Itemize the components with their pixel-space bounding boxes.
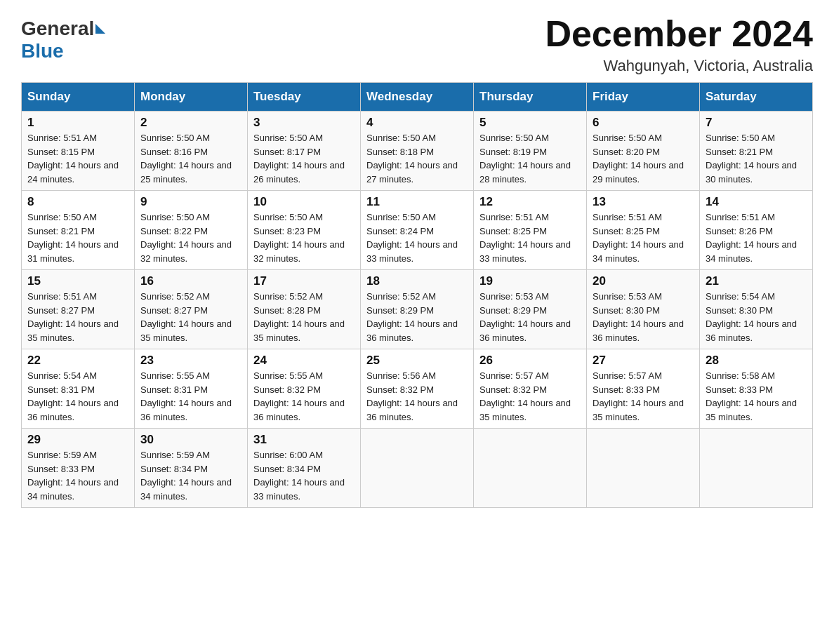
calendar-cell: 17 Sunrise: 5:52 AM Sunset: 8:28 PM Dayl… [248, 270, 361, 349]
calendar-cell [700, 429, 813, 508]
calendar-week-row: 1 Sunrise: 5:51 AM Sunset: 8:15 PM Dayli… [22, 112, 813, 191]
calendar-cell: 19 Sunrise: 5:53 AM Sunset: 8:29 PM Dayl… [474, 270, 587, 349]
day-number: 17 [253, 274, 355, 288]
day-number: 28 [706, 354, 807, 368]
day-number: 22 [27, 354, 128, 368]
logo-arrow-icon [95, 24, 105, 34]
day-info: Sunrise: 5:50 AM Sunset: 8:23 PM Dayligh… [253, 210, 355, 265]
calendar-week-row: 29 Sunrise: 5:59 AM Sunset: 8:33 PM Dayl… [22, 429, 813, 508]
calendar-cell: 14 Sunrise: 5:51 AM Sunset: 8:26 PM Dayl… [700, 191, 813, 270]
day-info: Sunrise: 5:50 AM Sunset: 8:21 PM Dayligh… [27, 210, 128, 265]
calendar-cell [474, 429, 587, 508]
day-number: 19 [479, 274, 581, 288]
title-section: December 2024 Wahgunyah, Victoria, Austr… [545, 14, 813, 75]
day-info: Sunrise: 5:59 AM Sunset: 8:34 PM Dayligh… [140, 448, 241, 503]
day-info: Sunrise: 5:53 AM Sunset: 8:29 PM Dayligh… [479, 290, 581, 344]
day-number: 21 [706, 274, 807, 288]
day-info: Sunrise: 5:53 AM Sunset: 8:30 PM Dayligh… [593, 290, 694, 344]
calendar-cell: 25 Sunrise: 5:56 AM Sunset: 8:32 PM Dayl… [361, 349, 474, 429]
calendar-cell: 20 Sunrise: 5:53 AM Sunset: 8:30 PM Dayl… [587, 270, 700, 349]
location-title: Wahgunyah, Victoria, Australia [545, 57, 813, 75]
day-info: Sunrise: 5:54 AM Sunset: 8:30 PM Dayligh… [706, 290, 807, 344]
day-info: Sunrise: 5:58 AM Sunset: 8:33 PM Dayligh… [706, 369, 807, 424]
day-number: 3 [253, 116, 355, 130]
calendar-cell: 21 Sunrise: 5:54 AM Sunset: 8:30 PM Dayl… [700, 270, 813, 349]
day-info: Sunrise: 5:59 AM Sunset: 8:33 PM Dayligh… [27, 448, 128, 503]
calendar-cell: 4 Sunrise: 5:50 AM Sunset: 8:18 PM Dayli… [361, 112, 474, 191]
month-title: December 2024 [545, 14, 813, 54]
calendar-cell: 26 Sunrise: 5:57 AM Sunset: 8:32 PM Dayl… [474, 349, 587, 429]
day-number: 15 [27, 274, 128, 288]
day-info: Sunrise: 5:50 AM Sunset: 8:20 PM Dayligh… [593, 131, 694, 186]
calendar-cell: 24 Sunrise: 5:55 AM Sunset: 8:32 PM Dayl… [248, 349, 361, 429]
calendar-table: SundayMondayTuesdayWednesdayThursdayFrid… [21, 82, 813, 508]
day-number: 24 [253, 354, 355, 368]
logo-general-text: General [21, 18, 94, 40]
day-number: 8 [27, 195, 128, 209]
day-info: Sunrise: 5:51 AM Sunset: 8:26 PM Dayligh… [706, 210, 807, 265]
calendar-cell: 6 Sunrise: 5:50 AM Sunset: 8:20 PM Dayli… [587, 112, 700, 191]
day-number: 29 [27, 433, 128, 447]
calendar-cell [587, 429, 700, 508]
day-number: 1 [27, 116, 128, 130]
calendar-cell: 22 Sunrise: 5:54 AM Sunset: 8:31 PM Dayl… [22, 349, 135, 429]
day-number: 10 [253, 195, 355, 209]
day-info: Sunrise: 6:00 AM Sunset: 8:34 PM Dayligh… [253, 448, 355, 503]
day-info: Sunrise: 5:50 AM Sunset: 8:18 PM Dayligh… [366, 131, 468, 186]
calendar-cell: 5 Sunrise: 5:50 AM Sunset: 8:19 PM Dayli… [474, 112, 587, 191]
day-info: Sunrise: 5:57 AM Sunset: 8:32 PM Dayligh… [479, 369, 581, 424]
calendar-header-monday: Monday [135, 83, 248, 112]
day-info: Sunrise: 5:50 AM Sunset: 8:22 PM Dayligh… [140, 210, 241, 265]
calendar-cell: 30 Sunrise: 5:59 AM Sunset: 8:34 PM Dayl… [135, 429, 248, 508]
day-number: 4 [366, 116, 468, 130]
calendar-header-tuesday: Tuesday [248, 83, 361, 112]
calendar-cell: 12 Sunrise: 5:51 AM Sunset: 8:25 PM Dayl… [474, 191, 587, 270]
calendar-cell: 28 Sunrise: 5:58 AM Sunset: 8:33 PM Dayl… [700, 349, 813, 429]
day-number: 31 [253, 433, 355, 447]
calendar-header-sunday: Sunday [22, 83, 135, 112]
calendar-header-saturday: Saturday [700, 83, 813, 112]
calendar-cell: 18 Sunrise: 5:52 AM Sunset: 8:29 PM Dayl… [361, 270, 474, 349]
calendar-week-row: 15 Sunrise: 5:51 AM Sunset: 8:27 PM Dayl… [22, 270, 813, 349]
day-info: Sunrise: 5:55 AM Sunset: 8:32 PM Dayligh… [253, 369, 355, 424]
day-number: 16 [140, 274, 241, 288]
day-info: Sunrise: 5:50 AM Sunset: 8:16 PM Dayligh… [140, 131, 241, 186]
day-number: 23 [140, 354, 241, 368]
day-number: 6 [593, 116, 694, 130]
day-info: Sunrise: 5:54 AM Sunset: 8:31 PM Dayligh… [27, 369, 128, 424]
day-number: 25 [366, 354, 468, 368]
calendar-cell: 31 Sunrise: 6:00 AM Sunset: 8:34 PM Dayl… [248, 429, 361, 508]
calendar-cell: 2 Sunrise: 5:50 AM Sunset: 8:16 PM Dayli… [135, 112, 248, 191]
calendar-cell [361, 429, 474, 508]
day-info: Sunrise: 5:50 AM Sunset: 8:24 PM Dayligh… [366, 210, 468, 265]
day-number: 26 [479, 354, 581, 368]
calendar-cell: 15 Sunrise: 5:51 AM Sunset: 8:27 PM Dayl… [22, 270, 135, 349]
calendar-week-row: 8 Sunrise: 5:50 AM Sunset: 8:21 PM Dayli… [22, 191, 813, 270]
day-number: 18 [366, 274, 468, 288]
calendar-cell: 29 Sunrise: 5:59 AM Sunset: 8:33 PM Dayl… [22, 429, 135, 508]
day-info: Sunrise: 5:51 AM Sunset: 8:25 PM Dayligh… [479, 210, 581, 265]
day-info: Sunrise: 5:55 AM Sunset: 8:31 PM Dayligh… [140, 369, 241, 424]
day-number: 30 [140, 433, 241, 447]
day-info: Sunrise: 5:50 AM Sunset: 8:21 PM Dayligh… [706, 131, 807, 186]
day-info: Sunrise: 5:57 AM Sunset: 8:33 PM Dayligh… [593, 369, 694, 424]
day-number: 14 [706, 195, 807, 209]
day-info: Sunrise: 5:51 AM Sunset: 8:25 PM Dayligh… [593, 210, 694, 265]
day-info: Sunrise: 5:52 AM Sunset: 8:27 PM Dayligh… [140, 290, 241, 344]
logo-blue-text: Blue [21, 40, 64, 62]
day-info: Sunrise: 5:50 AM Sunset: 8:17 PM Dayligh… [253, 131, 355, 186]
calendar-cell: 13 Sunrise: 5:51 AM Sunset: 8:25 PM Dayl… [587, 191, 700, 270]
calendar-header-wednesday: Wednesday [361, 83, 474, 112]
calendar-week-row: 22 Sunrise: 5:54 AM Sunset: 8:31 PM Dayl… [22, 349, 813, 429]
day-number: 20 [593, 274, 694, 288]
day-number: 13 [593, 195, 694, 209]
day-number: 11 [366, 195, 468, 209]
calendar-cell: 16 Sunrise: 5:52 AM Sunset: 8:27 PM Dayl… [135, 270, 248, 349]
day-number: 27 [593, 354, 694, 368]
day-info: Sunrise: 5:56 AM Sunset: 8:32 PM Dayligh… [366, 369, 468, 424]
day-info: Sunrise: 5:50 AM Sunset: 8:19 PM Dayligh… [479, 131, 581, 186]
calendar-header-friday: Friday [587, 83, 700, 112]
page-header: General Blue December 2024 Wahgunyah, Vi… [21, 14, 813, 75]
calendar-header-thursday: Thursday [474, 83, 587, 112]
calendar-cell: 3 Sunrise: 5:50 AM Sunset: 8:17 PM Dayli… [248, 112, 361, 191]
